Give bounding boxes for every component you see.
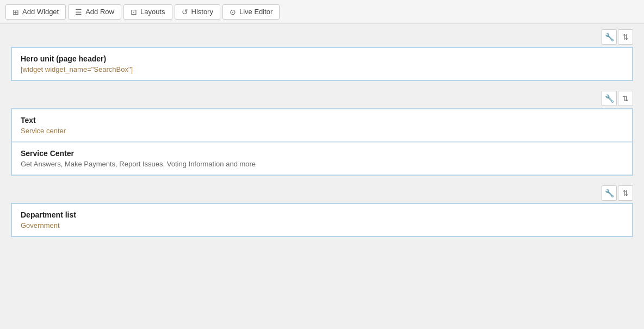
add-row-icon: ☰ [75,8,82,16]
add-row-button[interactable]: ☰Add Row [68,4,121,20]
history-label: History [191,8,213,16]
live-editor-icon: ⊙ [230,8,236,16]
row-3-wrench-button[interactable]: 🔧 [602,185,617,201]
widget-dept-list-title: Department list [21,210,623,219]
live-editor-button[interactable]: ⊙Live Editor [222,4,280,20]
layouts-label: Layouts [140,8,165,16]
main-content: 🔧⇅Hero unit (page header)[widget widget_… [0,24,644,252]
widget-text-subtitle: Service center [21,127,623,135]
add-widget-icon: ⊞ [13,8,19,16]
wrench-icon: 🔧 [605,33,614,41]
add-widget-label: Add Widget [22,8,59,16]
row-1: Hero unit (page header)[widget widget_na… [11,47,633,81]
move-icon: ⇅ [622,94,629,103]
widget-dept-list-card: Department listGovernment [12,204,632,236]
add-widget-button[interactable]: ⊞Add Widget [5,4,66,20]
row-3: Department listGovernment [11,203,633,237]
history-icon: ↺ [182,8,188,16]
row-2-move-button[interactable]: ⇅ [618,91,633,106]
row-3-controls: 🔧⇅ [11,185,633,201]
toolbar: ⊞Add Widget☰Add Row⊡Layouts↺History⊙Live… [0,0,644,24]
row-1-wrench-button[interactable]: 🔧 [602,29,617,45]
widget-service-center-title: Service Center [21,149,623,158]
widget-hero-subtitle: [widget widget_name="SearchBox"] [21,65,623,73]
move-icon: ⇅ [622,189,629,197]
widget-hero-card: Hero unit (page header)[widget widget_na… [12,48,632,80]
row-1-move-button[interactable]: ⇅ [618,29,633,45]
widget-hero-title: Hero unit (page header) [21,54,623,63]
row-3-move-button[interactable]: ⇅ [618,185,633,201]
row-2-controls: 🔧⇅ [11,91,633,106]
wrench-icon: 🔧 [605,94,614,103]
widget-service-center-desc: Get Answers, Make Payments, Report Issue… [21,160,623,168]
wrench-icon: 🔧 [605,189,614,197]
row-1-controls: 🔧⇅ [11,29,633,45]
history-button[interactable]: ↺History [175,4,220,20]
row-2-wrench-button[interactable]: 🔧 [602,91,617,106]
widget-text-title: Text [21,116,623,125]
add-row-label: Add Row [85,8,114,16]
widget-service-center-card: Service CenterGet Answers, Make Payments… [12,142,632,175]
layouts-button[interactable]: ⊡Layouts [123,4,172,20]
move-icon: ⇅ [622,33,629,41]
live-editor-label: Live Editor [239,8,273,16]
layouts-icon: ⊡ [131,8,137,16]
widget-text-card: TextService center [12,109,632,142]
row-2: TextService centerService CenterGet Answ… [11,108,633,176]
widget-dept-list-subtitle: Government [21,221,623,229]
